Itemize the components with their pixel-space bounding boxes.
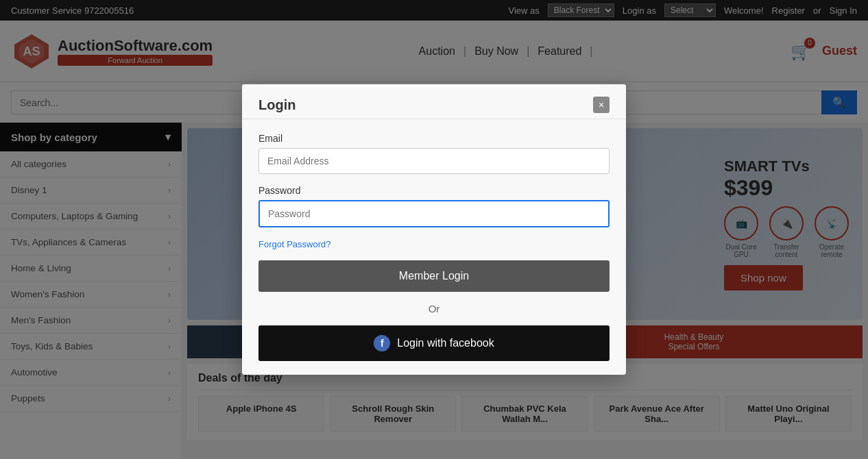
modal-title: Login (258, 97, 296, 113)
member-login-button[interactable]: Member Login (258, 260, 610, 292)
facebook-login-button[interactable]: f Login with facebook (258, 325, 610, 361)
modal-close-button[interactable]: × (593, 97, 610, 113)
login-modal: Login × Email Password Forgot Password? … (242, 84, 626, 375)
email-form-group: Email (258, 133, 610, 174)
email-label: Email (258, 133, 610, 144)
password-form-group: Password (258, 185, 610, 227)
password-input[interactable] (258, 200, 610, 227)
or-divider: Or (258, 303, 610, 314)
facebook-label: Login with facebook (397, 337, 494, 349)
facebook-icon: f (374, 335, 390, 351)
email-input[interactable] (258, 148, 610, 174)
forgot-password-link[interactable]: Forgot Password? (258, 239, 331, 249)
modal-overlay: Login × Email Password Forgot Password? … (0, 0, 868, 459)
modal-body: Email Password Forgot Password? Member L… (242, 119, 626, 375)
password-label: Password (258, 185, 610, 196)
modal-header: Login × (242, 84, 626, 119)
